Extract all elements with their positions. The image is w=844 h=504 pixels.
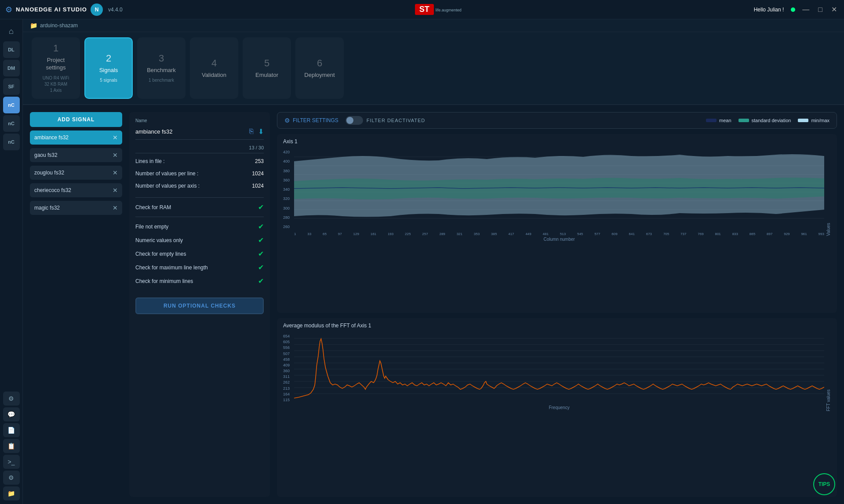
signal-close-1[interactable]: ✕ xyxy=(113,152,118,159)
numeric-only-label: Numeric values only xyxy=(135,237,183,243)
user-greeting: Hello Julian ! xyxy=(754,7,784,13)
close-button[interactable]: ✕ xyxy=(829,5,839,14)
lines-value: 253 xyxy=(255,158,264,164)
detail-panel: Name ambiance fs32 ⎘ ⬇ 13 / 30 Lines in … xyxy=(129,112,270,497)
st-sub: life.augmented xyxy=(436,8,462,12)
step-num-6: 6 xyxy=(317,58,322,69)
tips-button[interactable]: TIPS xyxy=(813,473,835,495)
signal-close-4[interactable]: ✕ xyxy=(113,204,118,211)
add-signal-button[interactable]: ADD SIGNAL xyxy=(30,112,122,127)
sidebar-item-nc1[interactable]: nC xyxy=(3,97,20,113)
values-per-axis-label: Number of values per axis : xyxy=(135,183,200,189)
signal-name-0: ambiance fs32 xyxy=(34,134,69,141)
fft-y-axis-labels: 654605556507458409360311262213164115 xyxy=(283,334,292,402)
maximize-button[interactable]: □ xyxy=(816,6,824,14)
sidebar-item-file[interactable]: 📄 xyxy=(3,423,20,437)
main-layout: ⌂ DL DM SF nC nC nC ⚙ 💬 📄 📋 >_ ⚙ 📁 📁 ard… xyxy=(0,19,844,504)
step-card-2[interactable]: 2 Signals 5 signals xyxy=(84,37,133,99)
legend-stddev-label: standard deviation xyxy=(752,118,791,123)
legend-mean-color xyxy=(706,119,717,122)
check-min-lines-icon: ✔ xyxy=(258,277,264,285)
step-num-2: 2 xyxy=(106,53,111,64)
sidebar-item-sf[interactable]: SF xyxy=(3,78,20,95)
minimize-button[interactable]: — xyxy=(800,6,811,14)
legend-minmax-label: min/max xyxy=(811,118,829,123)
download-icon[interactable]: ⬇ xyxy=(258,127,264,136)
fft-chart-title: Average modulus of the FFT of Axis 1 xyxy=(283,323,831,329)
values-per-line-value: 1024 xyxy=(252,170,264,177)
step-card-5[interactable]: 5 Emulator xyxy=(243,37,291,99)
sidebar-item-folder[interactable]: 📁 xyxy=(3,486,20,500)
signal-close-0[interactable]: ✕ xyxy=(113,134,118,141)
step-sub-3: 1 benchmark xyxy=(149,77,174,83)
step-label-1: Projectsettings xyxy=(46,57,66,72)
st-logo-area: ST life.augmented xyxy=(415,4,462,15)
signal-name-2: zouglou fs32 xyxy=(34,170,64,176)
signal-item-3[interactable]: cheriecoco fs32 ✕ xyxy=(30,183,122,197)
check-ram-row: Check for RAM ✔ xyxy=(135,201,264,213)
lines-label: Lines in file : xyxy=(135,158,165,164)
sidebar-item-doc[interactable]: 📋 xyxy=(3,439,20,453)
axis1-chart-wrapper: Axis 1 420400380360340320300280260 xyxy=(277,134,837,313)
run-optional-checks-button[interactable]: RUN OPTIONAL CHECKS xyxy=(135,297,264,314)
check-section: Check for RAM ✔ xyxy=(135,197,264,213)
check-ram-label: Check for RAM xyxy=(135,204,171,210)
name-label: Name xyxy=(135,118,264,123)
filter-settings-button[interactable]: ⚙ FILTER SETTINGS xyxy=(284,117,338,124)
sidebar-item-gear[interactable]: ⚙ xyxy=(3,392,20,406)
step-num-4: 4 xyxy=(211,58,217,69)
fft-chart-area: Frequency xyxy=(294,332,824,411)
signal-panel: ADD SIGNAL ambiance fs32 ✕ gaou fs32 ✕ z… xyxy=(30,112,122,497)
topbar-center: ST life.augmented xyxy=(123,4,754,15)
legend-stddev: standard deviation xyxy=(738,118,791,123)
step-num-5: 5 xyxy=(264,58,269,69)
legend-mean: mean xyxy=(706,118,731,123)
y-axis-labels: 420400380360340320300280260 xyxy=(283,150,292,229)
step-card-3[interactable]: 3 Benchmark 1 benchmark xyxy=(137,37,186,99)
sidebar-item-nc3[interactable]: nC xyxy=(3,134,20,150)
detail-counter: 13 / 30 xyxy=(135,145,264,153)
gear-icon: ⚙ xyxy=(284,117,290,124)
legend-mean-label: mean xyxy=(719,118,731,123)
signal-item-0[interactable]: ambiance fs32 ✕ xyxy=(30,131,122,145)
filter-bar: ⚙ FILTER SETTINGS FILTER DEACTIVATED mea… xyxy=(277,112,837,129)
folder-icon: 📁 xyxy=(30,22,37,29)
fft-x-axis-title: Frequency xyxy=(294,405,824,410)
sidebar-item-chat[interactable]: 💬 xyxy=(3,407,20,421)
fft-svg xyxy=(294,332,824,402)
step-label-6: Deployment xyxy=(304,72,335,79)
sidebar-item-terminal[interactable]: >_ xyxy=(3,455,20,469)
x-axis-labels: 1336597129161193225257289321353385417449… xyxy=(294,232,824,236)
legend-items: mean standard deviation min/max xyxy=(706,118,829,123)
sidebar-item-nc2[interactable]: nC xyxy=(3,115,20,132)
left-sidebar: ⌂ DL DM SF nC nC nC ⚙ 💬 📄 📋 >_ ⚙ 📁 xyxy=(0,19,23,504)
signal-item-4[interactable]: magic fs32 ✕ xyxy=(30,201,122,215)
x-axis-title: Column number xyxy=(294,237,824,242)
breadcrumb-path: arduino-shazam xyxy=(40,22,78,29)
toggle-knob xyxy=(346,117,353,124)
sidebar-item-dl[interactable]: DL xyxy=(3,41,20,58)
step-card-4[interactable]: 4 Validation xyxy=(190,37,238,99)
step-card-1[interactable]: 1 Projectsettings UNO R4 WiFi32 KB RAM1 … xyxy=(32,37,80,99)
signal-name-4: magic fs32 xyxy=(34,205,60,211)
signal-close-2[interactable]: ✕ xyxy=(113,169,118,176)
topbar-left: ⚙ NANOEDGE AI STUDIO N v4.4.0 xyxy=(5,4,123,16)
filter-toggle[interactable] xyxy=(346,116,363,125)
sidebar-item-config[interactable]: ⚙ xyxy=(3,471,20,485)
app-logo-circle: N xyxy=(91,4,103,16)
signal-item-2[interactable]: zouglou fs32 ✕ xyxy=(30,166,122,180)
signal-item-1[interactable]: gaou fs32 ✕ xyxy=(30,148,122,162)
copy-icon[interactable]: ⎘ xyxy=(249,127,254,136)
step-sub-1: UNO R4 WiFi32 KB RAM1 Axis xyxy=(43,75,69,94)
check-min-lines-label: Check for minimum lines xyxy=(135,278,193,284)
topbar-right: Hello Julian ! — □ ✕ xyxy=(754,5,839,14)
app-title: NANOEDGE AI STUDIO xyxy=(16,6,87,13)
filter-settings-label: FILTER SETTINGS xyxy=(293,117,338,123)
legend-minmax: min/max xyxy=(798,118,829,123)
sidebar-item-home[interactable]: ⌂ xyxy=(3,23,20,40)
signal-close-3[interactable]: ✕ xyxy=(113,187,118,194)
filter-toggle-container[interactable]: FILTER DEACTIVATED xyxy=(346,116,426,125)
sidebar-item-dm[interactable]: DM xyxy=(3,60,20,76)
numeric-only-icon: ✔ xyxy=(258,236,264,244)
step-card-6[interactable]: 6 Deployment xyxy=(295,37,344,99)
